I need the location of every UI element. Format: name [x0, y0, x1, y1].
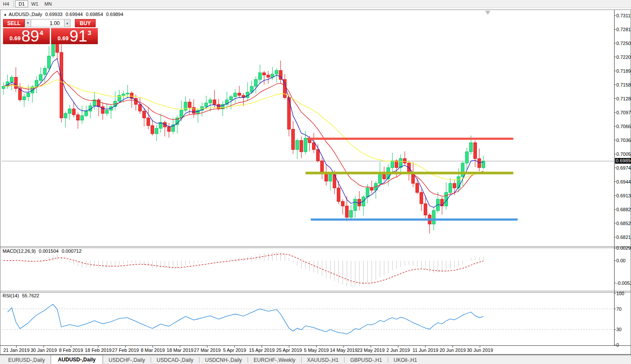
bar-shift-marker-icon[interactable] [485, 11, 490, 15]
buy-price-box[interactable]: 0.69 91 3 [51, 28, 98, 44]
one-click-trading-panel: SELL ▼ ▲ BUY 0.69 89 4 0.69 91 3 [3, 19, 98, 44]
macd-axis-label: 0.002984 [616, 245, 631, 251]
price-axis-label: 0.69745 [616, 165, 631, 171]
timeframe-button-d1[interactable]: D1 [15, 0, 28, 7]
current-price-tag: 0.69894 [615, 158, 631, 164]
volume-input[interactable] [31, 19, 64, 27]
timeframe-toolbar: H4D1W1MN [0, 0, 631, 8]
date-axis-label: 30 Jun 2019 [464, 348, 496, 353]
volume-decrease-button[interactable]: ▼ [25, 19, 31, 27]
chart-canvas[interactable] [0, 0, 631, 364]
trading-platform-window: H4D1W1MN ▲AUDUSD-,Daily 0.69933 0.69944 … [0, 0, 631, 364]
candles [2, 38, 485, 234]
price-axis-label: 0.71280 [616, 96, 631, 101]
chart-title: ▲AUDUSD-,Daily 0.69933 0.69944 0.69854 0… [3, 12, 125, 17]
sell-price-pip: 4 [40, 29, 43, 36]
timeframe-button-h4[interactable]: H4 [0, 0, 12, 7]
sell-price-prefix: 0.69 [10, 35, 20, 42]
moving-average-5 [3, 58, 483, 207]
quote-low: 0.69854 [86, 12, 103, 17]
price-axis-label: 0.69440 [616, 179, 631, 184]
price-axis-label: 0.72810 [616, 27, 631, 32]
timeframe-button-w1[interactable]: W1 [28, 0, 42, 7]
macd-main-value: 0.001504 [39, 248, 58, 254]
sell-price-big: 89 [21, 30, 39, 43]
tab-eurchf-weekly[interactable]: EURCHF-,Weekly [248, 356, 301, 364]
sell-price-box[interactable]: 0.69 89 4 [3, 28, 50, 44]
quote-close: 0.69894 [106, 12, 123, 17]
axis-ticks [16, 16, 616, 348]
sell-button[interactable]: SELL [3, 19, 25, 27]
tab-usdcnh-daily[interactable]: USDCNH-,Daily [200, 356, 248, 364]
quote-open: 0.69933 [45, 12, 63, 17]
rsi-label: RSI(14) 55.7622 [3, 293, 41, 298]
tab-usdchf-daily[interactable]: USDCHF-,Daily [103, 356, 151, 364]
macd-label: MACD(12,26,9) 0.001504 0.000712 [3, 248, 83, 254]
tab-usdcad-daily[interactable]: USDCAD-,Daily [151, 356, 199, 364]
tab-gbpusd-h1[interactable]: GBPUSD-,H1 [344, 356, 387, 364]
rsi-value: 55.7622 [22, 293, 39, 298]
rsi-name: RSI(14) [3, 293, 19, 298]
price-axis-label: 0.71585 [616, 82, 631, 87]
macd-histogram [3, 252, 483, 287]
macd-signal-value: 0.000712 [61, 248, 81, 254]
macd-axis-label: 0.00 [616, 258, 625, 263]
price-axis-label: 0.73115 [616, 13, 631, 18]
price-axis-label: 0.70050 [616, 151, 631, 157]
rsi-axis-label: 100 [616, 291, 624, 296]
rsi-axis-label: 0 [616, 342, 619, 348]
buy-price-big: 91 [69, 30, 87, 43]
macd-name: MACD(12,26,9) [3, 248, 35, 254]
price-axis-label: 0.68210 [616, 235, 631, 240]
price-axis-label: 0.70970 [616, 110, 631, 115]
buy-price-pip: 3 [88, 29, 91, 36]
price-axis-label: 0.68520 [616, 221, 631, 226]
rsi-axis-label: 70 [616, 306, 621, 312]
price-axis-label: 0.71890 [616, 68, 631, 74]
macd-axis-label: -0.00525 [616, 280, 631, 286]
tab-xauusd-h1[interactable]: XAUUSD-,H1 [302, 356, 344, 364]
toolbar-separator [13, 0, 14, 7]
window-borders [0, 10, 631, 355]
collapse-triangle-icon[interactable]: ▲ [3, 13, 7, 16]
tab-audusd-daily[interactable]: AUDUSD-,Daily [51, 355, 103, 364]
rsi-axis-label: 30 [616, 327, 621, 332]
tab-ukoil-h1[interactable]: UKOil-,H1 [388, 356, 423, 364]
quote-high: 0.69944 [65, 12, 83, 17]
buy-price-prefix: 0.69 [58, 35, 68, 42]
symbol-label: AUDUSD-,Daily [9, 12, 42, 17]
buy-button[interactable]: BUY [75, 19, 96, 27]
price-axis-label: 0.70665 [616, 124, 631, 129]
timeframe-button-mn[interactable]: MN [42, 0, 55, 7]
price-axis-label: 0.68825 [616, 207, 631, 212]
price-axis-label: 0.70360 [616, 138, 631, 143]
tab-eurusd-daily[interactable]: EURUSD-,Daily [3, 356, 51, 364]
price-axis-label: 0.72200 [616, 55, 631, 60]
volume-increase-button[interactable]: ▲ [64, 19, 71, 27]
price-axis-label: 0.69130 [616, 193, 631, 198]
price-axis-label: 0.72505 [616, 41, 631, 46]
chart-tabs-bar: EURUSD-,DailyAUDUSD-,DailyUSDCHF-,DailyU… [0, 355, 631, 364]
